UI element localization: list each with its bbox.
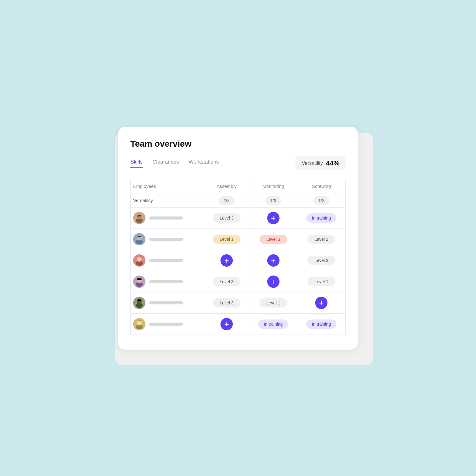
versatility-label-cell: Versatility	[131, 193, 204, 207]
svg-point-10	[137, 257, 142, 262]
skill-cell-3-2: Level 1	[297, 271, 346, 292]
skill-cell-4-2[interactable]: +	[297, 292, 346, 313]
versatility-screwing: 1/3	[297, 193, 346, 207]
skill-cell-0-0: Level 3	[204, 207, 249, 228]
page-title: Team overview	[130, 139, 346, 149]
add-skill-button[interactable]: +	[267, 276, 280, 288]
employee-cell	[131, 292, 204, 313]
skill-badge: Level 1	[213, 235, 240, 244]
versatility-label: Versatility	[302, 161, 323, 166]
versatility-value: 44%	[326, 159, 339, 167]
skill-badge: Level 1	[307, 235, 335, 244]
table-row: +In trainingIn training	[131, 313, 346, 335]
employee-cell	[131, 313, 204, 335]
versatility-monitoring: 1/3	[249, 193, 297, 207]
skill-badge: Level 1	[260, 298, 287, 307]
skill-cell-1-2: Level 1	[297, 228, 346, 250]
name-bar	[149, 259, 183, 262]
col-employees: Employees	[131, 179, 204, 193]
add-skill-button[interactable]: +	[267, 254, 280, 267]
avatar	[133, 233, 145, 245]
avatar	[133, 318, 145, 330]
name-bar	[149, 280, 183, 283]
employee-cell	[131, 228, 204, 250]
skill-cell-4-0: Level 3	[204, 292, 249, 313]
avatar	[133, 297, 145, 309]
col-monitoring: Monitoring	[249, 179, 297, 193]
versatility-row: Versatility 2/3 1/3 1/3	[131, 193, 346, 207]
skill-cell-5-1: In training	[249, 313, 297, 335]
versatility-assembly: 2/3	[204, 193, 249, 207]
add-skill-button[interactable]: +	[220, 318, 233, 330]
add-skill-button[interactable]: +	[315, 297, 327, 309]
table-row: ++Level 3	[131, 250, 346, 271]
versatility-badge: Versatility 44%	[296, 156, 346, 170]
skill-cell-5-0[interactable]: +	[204, 313, 249, 335]
name-bar	[149, 323, 183, 326]
table-row: Level 3+In training	[131, 207, 346, 228]
skill-cell-2-2: Level 3	[297, 250, 346, 271]
skill-badge: Level 3	[213, 213, 240, 223]
skill-badge: Level 3	[260, 235, 287, 244]
skill-badge: In training	[306, 319, 336, 329]
main-card: Team overview Skills Clearances Workstat…	[118, 127, 358, 350]
skills-table: Employees Assembly Monitoring Screwing V…	[130, 179, 346, 335]
skill-badge: Level 3	[213, 277, 240, 286]
skill-cell-5-2: In training	[297, 313, 346, 335]
skill-cell-2-1[interactable]: +	[249, 250, 297, 271]
table-row: Level 3+Level 1	[131, 271, 346, 292]
table-row: Level 1Level 3Level 1	[131, 228, 346, 250]
page-wrapper: Team overview Skills Clearances Workstat…	[106, 114, 370, 362]
avatar	[133, 276, 145, 288]
avatar	[133, 212, 145, 224]
tabs: Skills Clearances Workstations	[130, 159, 219, 168]
name-bar	[149, 216, 183, 220]
skill-badge: Level 1	[307, 277, 335, 286]
header-row: Skills Clearances Workstations Versatili…	[130, 156, 346, 170]
employee-cell	[131, 271, 204, 292]
add-skill-button[interactable]: +	[267, 212, 280, 224]
table-row: Level 3Level 1+	[131, 292, 346, 313]
skill-cell-2-0[interactable]: +	[204, 250, 249, 271]
add-skill-button[interactable]: +	[220, 254, 233, 267]
employee-cell	[131, 250, 204, 271]
name-bar	[149, 301, 183, 304]
col-assembly: Assembly	[204, 179, 249, 193]
skill-cell-1-0: Level 1	[204, 228, 249, 250]
tab-clearances[interactable]: Clearances	[153, 159, 179, 168]
col-screwing: Screwing	[297, 179, 346, 193]
skill-cell-0-2: In training	[297, 207, 346, 228]
tab-skills[interactable]: Skills	[130, 159, 143, 168]
table-header-row: Employees Assembly Monitoring Screwing	[131, 179, 346, 193]
skill-cell-0-1[interactable]: +	[249, 207, 297, 228]
name-bar	[149, 238, 183, 241]
tab-workstations[interactable]: Workstations	[189, 159, 219, 168]
skill-badge: In training	[306, 213, 336, 223]
skill-badge: Level 3	[213, 298, 240, 307]
skill-badge: In training	[258, 319, 288, 329]
skill-cell-3-0: Level 3	[204, 271, 249, 292]
avatar	[133, 254, 145, 267]
skill-badge: Level 3	[307, 256, 335, 265]
skill-cell-1-1: Level 3	[249, 228, 297, 250]
employee-cell	[131, 207, 204, 228]
skill-cell-3-1[interactable]: +	[249, 271, 297, 292]
skill-cell-4-1: Level 1	[249, 292, 297, 313]
